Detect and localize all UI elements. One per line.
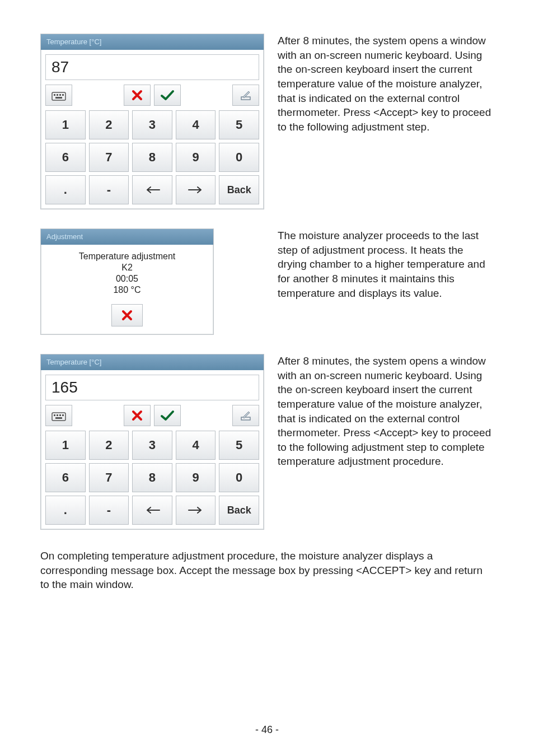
key-1[interactable]: 1 [45, 431, 86, 460]
adjustment-line-3: 00:05 [45, 274, 209, 284]
arrow-left-icon [144, 186, 161, 194]
svg-rect-1 [54, 94, 55, 96]
key-3[interactable]: 3 [132, 110, 172, 139]
key-2[interactable]: 2 [89, 431, 129, 460]
svg-rect-8 [54, 414, 55, 416]
key-dot[interactable]: . [45, 175, 86, 204]
key-arrow-right[interactable] [176, 496, 216, 525]
temperature-keypad-2: Temperature [°C] 165 [40, 354, 264, 530]
key-arrow-right[interactable] [176, 175, 216, 204]
keyboard-icon [51, 90, 66, 101]
page-number: - 46 - [0, 724, 534, 736]
svg-rect-6 [241, 97, 250, 100]
svg-rect-12 [55, 417, 62, 419]
arrow-left-icon [144, 506, 161, 514]
pencil-icon [240, 89, 252, 101]
svg-rect-3 [59, 94, 61, 96]
key-7[interactable]: 7 [89, 463, 129, 492]
x-icon [131, 89, 143, 101]
svg-rect-4 [62, 94, 64, 96]
key-4[interactable]: 4 [176, 110, 216, 139]
x-icon [131, 409, 143, 422]
svg-rect-13 [241, 417, 250, 420]
numeric-keypad: 1 2 3 4 5 6 7 8 9 0 . - [45, 431, 259, 525]
key-6[interactable]: 6 [45, 143, 86, 172]
key-4[interactable]: 4 [176, 431, 216, 460]
panel-title: Temperature [°C] [41, 354, 264, 370]
svg-rect-2 [57, 94, 58, 96]
keyboard-switch-button[interactable] [45, 405, 72, 426]
key-6[interactable]: 6 [45, 463, 86, 492]
key-0[interactable]: 0 [219, 143, 259, 172]
keyboard-icon [51, 410, 66, 421]
adjustment-line-2: K2 [45, 263, 209, 273]
svg-rect-7 [52, 413, 65, 421]
keyboard-switch-button[interactable] [45, 85, 72, 106]
svg-rect-11 [62, 414, 64, 416]
key-5[interactable]: 5 [219, 110, 259, 139]
key-dot[interactable]: . [45, 496, 86, 525]
key-5[interactable]: 5 [219, 431, 259, 460]
key-arrow-left[interactable] [132, 496, 172, 525]
check-icon [160, 89, 175, 101]
adjustment-line-4: 180 °C [45, 285, 209, 295]
accept-button[interactable] [154, 85, 181, 106]
key-2[interactable]: 2 [89, 110, 129, 139]
svg-rect-5 [55, 97, 62, 99]
arrow-right-icon [188, 186, 204, 194]
cancel-button[interactable] [111, 304, 143, 326]
footer-paragraph: On completing temperature adjustment pro… [40, 549, 494, 592]
notes-button[interactable] [232, 405, 259, 426]
keypad-toolbar [45, 405, 259, 426]
key-9[interactable]: 9 [176, 463, 216, 492]
notes-button[interactable] [232, 85, 259, 106]
key-8[interactable]: 8 [132, 463, 172, 492]
check-icon [160, 409, 175, 422]
cancel-button[interactable] [124, 85, 151, 106]
key-back[interactable]: Back [219, 175, 259, 204]
pencil-icon [240, 409, 252, 422]
adjustment-line-1: Temperature adjustment [45, 251, 209, 262]
key-7[interactable]: 7 [89, 143, 129, 172]
numeric-keypad: 1 2 3 4 5 6 7 8 9 0 . - [45, 110, 259, 204]
x-icon [121, 309, 133, 321]
panel-title: Temperature [°C] [41, 34, 264, 50]
svg-rect-9 [57, 414, 58, 416]
temperature-value-field[interactable]: 87 [45, 54, 259, 80]
keypad-toolbar [45, 85, 259, 106]
arrow-right-icon [188, 506, 204, 514]
key-9[interactable]: 9 [176, 143, 216, 172]
key-back[interactable]: Back [219, 496, 259, 525]
cancel-button[interactable] [124, 405, 151, 426]
key-1[interactable]: 1 [45, 110, 86, 139]
svg-rect-10 [59, 414, 61, 416]
adjustment-panel: Adjustment Temperature adjustment K2 00:… [40, 228, 214, 335]
temperature-keypad-1: Temperature [°C] 87 [40, 34, 264, 209]
paragraph-2: The moisture analyzer proceeds to the la… [278, 228, 494, 300]
key-arrow-left[interactable] [132, 175, 172, 204]
accept-button[interactable] [154, 405, 181, 426]
panel-title: Adjustment [41, 229, 213, 245]
key-minus[interactable]: - [89, 175, 129, 204]
paragraph-3: After 8 minutes, the system opens a wind… [278, 354, 494, 469]
key-0[interactable]: 0 [219, 463, 259, 492]
key-8[interactable]: 8 [132, 143, 172, 172]
paragraph-1: After 8 minutes, the system opens a wind… [278, 34, 494, 134]
svg-rect-0 [52, 92, 65, 100]
temperature-value-field[interactable]: 165 [45, 375, 259, 400]
key-minus[interactable]: - [89, 496, 129, 525]
key-3[interactable]: 3 [132, 431, 172, 460]
